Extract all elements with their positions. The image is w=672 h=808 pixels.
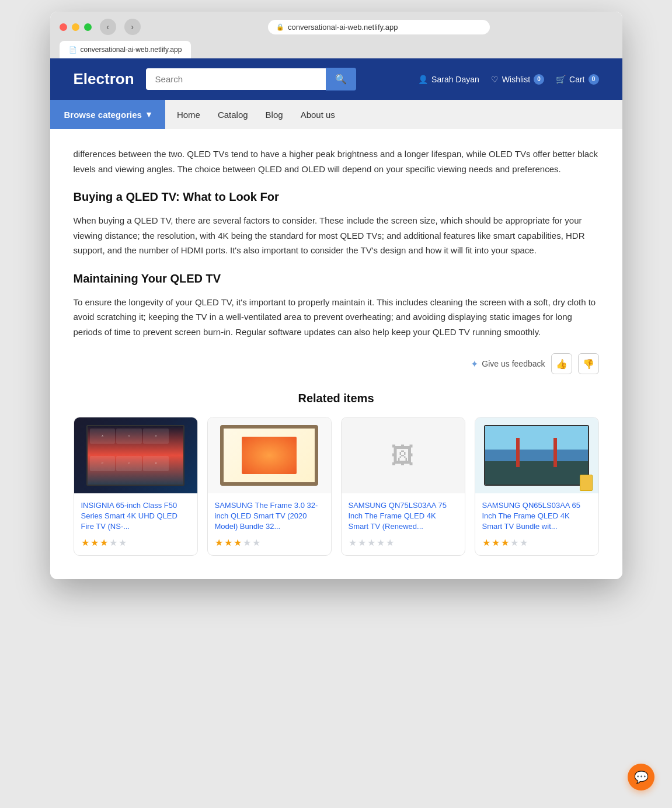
nav-bar: Browse categories ▾ Home Catalog Blog Ab… (50, 100, 622, 129)
heart-icon: ♡ (491, 75, 499, 84)
nav-links: Home Catalog Blog About us (165, 100, 347, 129)
forward-icon: › (131, 22, 134, 32)
logo[interactable]: Electron (74, 70, 134, 88)
tab-icon: 📄 (69, 46, 77, 54)
product-image-2 (208, 417, 331, 493)
back-icon: ‹ (106, 22, 109, 32)
site-header: Electron 🔍 👤 Sarah Dayan ♡ Wishlist 0 🛒 … (50, 58, 622, 100)
section2-title: Maintaining Your QLED TV (74, 272, 599, 285)
browse-categories-button[interactable]: Browse categories ▾ (50, 100, 165, 129)
cart-icon: 🛒 (556, 75, 566, 84)
feedback-area: ✦ Give us feedback 👍 👎 (74, 353, 599, 374)
chat-bubble-button[interactable]: 💬 (628, 764, 654, 790)
product-title-1[interactable]: INSIGNIA 65-inch Class F50 Series Smart … (81, 500, 190, 532)
product-info-3: SAMSUNG QN75LS03AA 75 Inch The Frame QLE… (342, 493, 465, 555)
cart-label: Cart (569, 75, 584, 84)
thumbs-down-icon: 👎 (583, 358, 594, 370)
thumbs-down-button[interactable]: 👎 (578, 353, 599, 374)
products-grid: A N H P F D INSIGNIA 65-inch Class F50 S… (74, 417, 599, 556)
wishlist-badge: 0 (534, 74, 544, 85)
feedback-label-wrapper: ✦ Give us feedback (471, 358, 545, 370)
close-dot[interactable] (60, 23, 67, 31)
user-icon: 👤 (418, 75, 428, 84)
search-icon: 🔍 (335, 74, 347, 84)
lock-icon: 🔒 (276, 23, 284, 31)
main-content: differences between the two. QLED TVs te… (50, 129, 622, 579)
minimize-dot[interactable] (72, 23, 79, 31)
section1-title: Buying a QLED TV: What to Look For (74, 190, 599, 204)
maximize-dot[interactable] (84, 23, 92, 31)
nav-about[interactable]: About us (301, 100, 335, 129)
cart-badge: 0 (589, 74, 599, 85)
product-card-4[interactable]: SAMSUNG QN65LS03AA 65 Inch The Frame QLE… (475, 417, 599, 556)
thumbs-up-button[interactable]: 👍 (551, 353, 572, 374)
wishlist-label: Wishlist (502, 75, 530, 84)
product-stars-4: ★ ★ ★ ★ ★ (482, 537, 591, 548)
wishlist-action[interactable]: ♡ Wishlist 0 (491, 74, 544, 85)
product-stars-3: ★ ★ ★ ★ ★ (349, 537, 458, 548)
product-card-3[interactable]: 🖼 SAMSUNG QN75LS03AA 75 Inch The Frame Q… (341, 417, 465, 556)
intro-paragraph: differences between the two. QLED TVs te… (74, 147, 599, 176)
nav-home[interactable]: Home (177, 100, 200, 129)
search-bar: 🔍 (146, 68, 356, 90)
product-card-2[interactable]: SAMSUNG The Frame 3.0 32-inch QLED Smart… (207, 417, 332, 556)
product-info-2: SAMSUNG The Frame 3.0 32-inch QLED Smart… (208, 493, 331, 555)
user-action[interactable]: 👤 Sarah Dayan (418, 75, 479, 84)
forward-button[interactable]: › (124, 19, 141, 35)
product-stars-1: ★ ★ ★ ★ ★ (81, 537, 190, 548)
section2-body: To ensure the longevity of your QLED TV,… (74, 295, 599, 340)
nav-catalog[interactable]: Catalog (218, 100, 248, 129)
url-text: conversational-ai-web.netlify.app (288, 23, 398, 32)
related-items-title: Related items (74, 392, 599, 405)
browse-categories-label: Browse categories (64, 110, 142, 120)
search-input[interactable] (146, 68, 326, 90)
product-image-3: 🖼 (342, 417, 465, 493)
browser-tab[interactable]: 📄 conversational-ai-web.netlify.app (60, 41, 191, 58)
product-title-4[interactable]: SAMSUNG QN65LS03AA 65 Inch The Frame QLE… (482, 500, 591, 532)
product-stars-2: ★ ★ ★ ★ ★ (215, 537, 324, 548)
sparkle-icon: ✦ (471, 358, 478, 370)
product-box-icon (580, 475, 593, 491)
chevron-down-icon: ▾ (147, 109, 151, 120)
header-actions: 👤 Sarah Dayan ♡ Wishlist 0 🛒 Cart 0 (418, 74, 598, 85)
product-card-1[interactable]: A N H P F D INSIGNIA 65-inch Class F50 S… (74, 417, 198, 556)
feedback-label-text: Give us feedback (482, 359, 545, 368)
search-button[interactable]: 🔍 (326, 68, 356, 90)
product-info-1: INSIGNIA 65-inch Class F50 Series Smart … (74, 493, 197, 555)
product-image-1: A N H P F D (74, 417, 197, 493)
product-title-2[interactable]: SAMSUNG The Frame 3.0 32-inch QLED Smart… (215, 500, 324, 532)
thumbs-up-icon: 👍 (556, 358, 567, 370)
user-name: Sarah Dayan (431, 75, 479, 84)
product-info-4: SAMSUNG QN65LS03AA 65 Inch The Frame QLE… (475, 493, 598, 555)
chat-icon: 💬 (634, 770, 649, 784)
cart-action[interactable]: 🛒 Cart 0 (556, 74, 598, 85)
tab-label: conversational-ai-web.netlify.app (81, 46, 182, 54)
product-image-4 (475, 417, 598, 493)
section1-body: When buying a QLED TV, there are several… (74, 213, 599, 258)
nav-blog[interactable]: Blog (266, 100, 283, 129)
back-button[interactable]: ‹ (100, 19, 116, 35)
address-bar[interactable]: 🔒 conversational-ai-web.netlify.app (268, 20, 490, 34)
image-placeholder-icon: 🖼 (391, 443, 415, 469)
product-title-3[interactable]: SAMSUNG QN75LS03AA 75 Inch The Frame QLE… (349, 500, 458, 532)
